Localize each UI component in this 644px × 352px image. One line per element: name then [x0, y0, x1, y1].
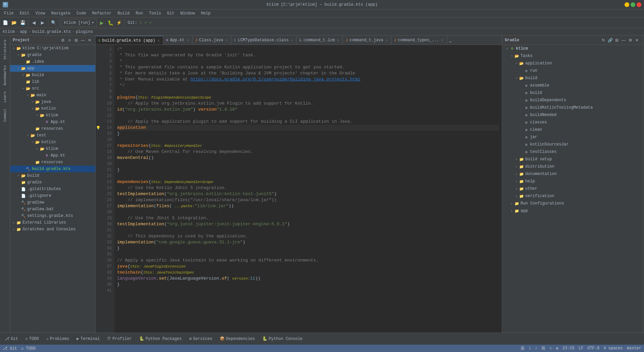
gradle-tree-item[interactable]: ⚙clean [502, 126, 643, 133]
gradle-expand-btn[interactable]: ⊞ [614, 37, 620, 43]
code-editor[interactable]: /* * This file was generated by the Grad… [114, 45, 502, 333]
tab-close-button[interactable]: ✕ [386, 38, 388, 42]
gradle-collapse-btn[interactable]: — [621, 37, 627, 43]
run-button[interactable]: ▶ [98, 19, 106, 27]
tree-item[interactable]: ▾📂ktlcm [10, 145, 95, 152]
gradle-tree-item[interactable]: ▸📁build setup [502, 156, 643, 163]
gradle-tree-item[interactable]: ⚙run [502, 67, 643, 74]
tree-item[interactable]: ▾📂ktlcm [10, 112, 95, 119]
status-todo[interactable]: ☑ TODO [21, 346, 36, 351]
tree-item[interactable]: 📄.gitattributes [10, 186, 95, 192]
gradle-tree-item[interactable]: ⚙buildKotlinToolingMetadata [502, 104, 643, 111]
status-encoding[interactable]: UTF-8 [587, 346, 599, 351]
gradle-tree-item[interactable]: ▸📁documentation [502, 170, 643, 178]
tree-item[interactable]: 🔨build.gradle.kts [10, 166, 95, 172]
status-line-sep[interactable]: LF [579, 346, 583, 351]
gradle-tree-item[interactable]: ▸📁app [502, 207, 643, 215]
menu-item-tools[interactable]: Tools [146, 10, 164, 16]
tabs-overflow-button[interactable]: ⋯ [447, 40, 453, 45]
tree-item[interactable]: 📁gradle [10, 179, 95, 186]
tab-close-button[interactable]: ✕ [226, 38, 228, 42]
left-vtab-structure[interactable]: Structure [2, 37, 8, 62]
tree-item[interactable]: ▾📂main [10, 92, 95, 99]
tree-item[interactable]: ▾📂build [10, 172, 95, 179]
save-button[interactable]: 💾 [19, 19, 27, 27]
tree-item[interactable]: ▾📂app [10, 65, 95, 72]
tab-close-button[interactable]: ✕ [291, 38, 293, 42]
tree-item[interactable]: KApp.kt [10, 152, 95, 159]
gradle-tree-item[interactable]: ▸📁Run Configurations [502, 200, 643, 207]
bottom-tab-services[interactable]: ⚙Services [186, 334, 216, 344]
project-close-btn[interactable]: ✕ [87, 37, 93, 43]
tree-item[interactable]: 📁lib [10, 78, 95, 85]
status-git[interactable]: ⎇ Git [3, 346, 17, 351]
gradle-tree-item[interactable]: ⚙build [502, 89, 643, 97]
bottom-tab-todo[interactable]: ☑TODO [22, 334, 42, 344]
gradle-tree-item[interactable]: ⚙buildDependents [502, 97, 643, 104]
left-vtab-learn[interactable]: Learn [2, 89, 8, 105]
gradle-tree-item[interactable]: ⚙kotlinSourcesJar [502, 141, 643, 148]
tree-item[interactable]: KApp.kt [10, 119, 95, 125]
tree-item[interactable]: ▸📁Scratches and Consoles [10, 226, 95, 233]
menu-item-build[interactable]: Build [115, 10, 132, 16]
bottom-tab-profiler[interactable]: ⏱Profiler [104, 334, 135, 344]
editor-tab[interactable]: Gbuild.gradle.kts (app)✕ [96, 36, 163, 45]
menu-item-navigate[interactable]: Navigate [48, 10, 73, 16]
gradle-tree-item[interactable]: ▾📂application [502, 60, 643, 67]
bottom-tab-dependencies[interactable]: 📦Dependencies [216, 334, 258, 344]
tree-item[interactable]: ▾📂gradle [10, 52, 95, 58]
editor-tab[interactable]: Lcommand_t.lcm✕ [297, 36, 343, 45]
gradle-close-btn[interactable]: ✕ [634, 37, 640, 43]
status-settings[interactable]: ⚙ [556, 346, 558, 351]
gradle-refresh-btn[interactable]: ↻ [600, 37, 606, 43]
gradle-tree-item[interactable]: ⚙classes [502, 119, 643, 126]
left-vtab-commit[interactable]: Commit [2, 106, 8, 125]
gradle-tree-item[interactable]: ▸📁verification [502, 192, 643, 200]
close-button[interactable] [637, 2, 641, 7]
status-branch[interactable]: master [627, 346, 641, 351]
tree-item[interactable]: 🔨gradlew [10, 199, 95, 206]
minimize-button[interactable] [625, 2, 629, 7]
menu-item-refactor[interactable]: Refactor [90, 10, 114, 16]
tree-item[interactable]: ▾📂test [10, 132, 95, 139]
gradle-tree-item[interactable]: ▸📁distribution [502, 163, 643, 170]
editor-tab[interactable]: Jcommand_t.java✕ [343, 36, 391, 45]
breadcrumb-part-0[interactable]: ktlcm [3, 30, 15, 34]
bottom-tab-git[interactable]: ⎇Git [1, 334, 21, 344]
editor-tab[interactable]: Jcommand_types_...✕ [391, 36, 447, 45]
editor-tab[interactable]: CLCMTypeDatabase.class✕ [231, 36, 297, 45]
gradle-tree-item[interactable]: ⚙buildNeeded [502, 111, 643, 119]
forward-button[interactable]: ▶ [39, 19, 47, 27]
tab-close-button[interactable]: ✕ [441, 38, 443, 42]
maximize-button[interactable] [631, 2, 635, 7]
left-vtab-bookmarks[interactable]: Bookmarks [2, 63, 8, 88]
gradle-tree-item[interactable]: ▸📁help [502, 178, 643, 185]
status-indent[interactable]: 4 spaces [603, 346, 623, 351]
gradle-tree-item[interactable]: ▾Gktlcm [502, 45, 643, 52]
gradle-tree-item[interactable]: ⚙assemble [502, 82, 643, 89]
status-line-col[interactable]: 23:15 [562, 346, 575, 351]
tree-item[interactable]: ▾📂src [10, 85, 95, 92]
tree-item[interactable]: ▸📁External Libraries [10, 219, 95, 226]
bottom-tab-problems[interactable]: ⚠Problems [43, 334, 73, 344]
coverage-button[interactable]: ⚡ [115, 19, 123, 27]
tree-item[interactable]: 📁resources [10, 159, 95, 166]
project-sort-btn[interactable]: ≡ [66, 37, 72, 43]
gradle-settings-btn[interactable]: ⚙ [627, 37, 633, 43]
tree-item[interactable]: ▾📂build [10, 72, 95, 78]
tree-item[interactable]: ▾📂java [10, 99, 95, 105]
menu-item-code[interactable]: Code [74, 10, 89, 16]
menu-item-help[interactable]: Help [198, 10, 213, 16]
menu-item-view[interactable]: View [33, 10, 48, 16]
bottom-tab-terminal[interactable]: ▶Terminal [73, 334, 103, 344]
menu-item-git[interactable]: Git [164, 10, 177, 16]
editor-tab[interactable]: KApp.kt✕ [163, 36, 193, 45]
gradle-tree-item[interactable]: ▾📂build [502, 74, 643, 82]
project-expand-btn[interactable]: ⊞ [73, 37, 79, 43]
menu-item-window[interactable]: Window [178, 10, 198, 16]
tree-item[interactable]: ▾📂kotlin [10, 139, 95, 145]
tree-item[interactable]: ▾📂kotlin [10, 105, 95, 112]
bottom-tab-python-packages[interactable]: 🐍Python Packages [136, 334, 185, 344]
tree-item[interactable]: 🔨gradlew.bat [10, 206, 95, 213]
bottom-tab-python-console[interactable]: 🐍Python Console [259, 334, 306, 344]
